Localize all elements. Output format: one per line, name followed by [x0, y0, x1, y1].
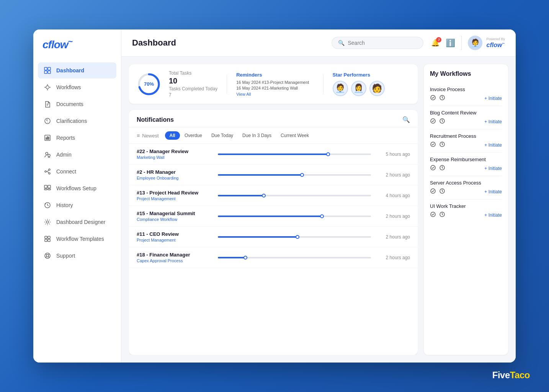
progress-track — [218, 154, 371, 155]
workflow-check-icon[interactable] — [430, 118, 436, 125]
notif-progress — [218, 174, 371, 176]
notif-time: 2 hours ago — [376, 234, 410, 240]
filter-btn-due-today[interactable]: Due Today — [207, 131, 238, 140]
sidebar-item-dashboard-designer[interactable]: Dashboard Designer — [38, 214, 116, 230]
notif-tag[interactable]: Employee Onboarding — [137, 176, 213, 180]
filter-newest-label: ≡ Newest — [137, 132, 159, 139]
workflow-actions: + Initiate — [430, 118, 502, 125]
workflow-name: UI Work Tracker — [430, 203, 502, 209]
notif-tag[interactable]: Marketing Wall — [137, 155, 213, 160]
svg-point-10 — [49, 169, 50, 170]
sidebar-item-workflows-setup[interactable]: Workflows Setup — [38, 180, 116, 196]
reminders-title: Reminders — [236, 72, 314, 78]
workflow-card: Server Access Process + Initiate — [430, 176, 502, 199]
sidebar-item-admin[interactable]: Admin — [38, 147, 116, 163]
sidebar-item-label: Admin — [56, 152, 72, 158]
sidebar-item-history[interactable]: History — [38, 197, 116, 213]
progress-ring: 70% — [137, 72, 161, 96]
table-row: #11 - CEO Review Project Management 2 ho… — [129, 227, 418, 247]
sidebar-item-reports[interactable]: Reports — [38, 130, 116, 146]
svg-rect-0 — [44, 67, 47, 70]
notif-info: #18 - Finance Manager Capex Approval Pro… — [137, 252, 213, 263]
workflow-check-icon[interactable] — [430, 95, 436, 102]
workflow-time-icon[interactable] — [439, 95, 445, 102]
workflow-check-icon[interactable] — [430, 211, 436, 219]
notif-progress — [218, 236, 371, 238]
filter-btn-overdue[interactable]: Overdue — [180, 131, 207, 140]
filter-bar: ≡ Newest AllOverdueDue TodayDue In 3 Day… — [129, 127, 418, 144]
clarifications-icon — [43, 117, 52, 125]
workflow-initiate-button[interactable]: + Initiate — [484, 96, 502, 101]
sidebar-item-workflows[interactable]: Workflows — [38, 79, 116, 95]
notif-tag[interactable]: Project Management — [137, 238, 213, 242]
workflow-actions: + Initiate — [430, 211, 502, 219]
workflows-icon — [43, 83, 52, 91]
sidebar-item-workflow-templates[interactable]: Workflow Templates — [38, 231, 116, 247]
progress-track — [218, 257, 371, 258]
workflow-initiate-button[interactable]: + Initiate — [484, 166, 502, 171]
workflow-initiate-button[interactable]: + Initiate — [484, 119, 502, 124]
sidebar-item-support[interactable]: Support — [38, 248, 116, 264]
sidebar-item-label: Support — [56, 253, 75, 259]
notif-time: 5 hours ago — [376, 152, 410, 157]
view-all-link[interactable]: View All — [236, 92, 314, 96]
sidebar-item-clarifications[interactable]: Clarifications — [38, 113, 116, 129]
workflow-check-icon[interactable] — [430, 141, 436, 149]
notification-button[interactable]: 🔔 7 — [431, 39, 440, 47]
content-area: 70% Total Tasks 10 Tasks Completed Today… — [121, 57, 516, 363]
sidebar-item-label: Workflows — [56, 84, 81, 90]
filter-btn-due-in-3-days[interactable]: Due In 3 Days — [238, 131, 276, 140]
workflow-check-icon[interactable] — [430, 188, 436, 195]
avatar: 🧑‍💼 — [468, 36, 482, 50]
notification-badge: 7 — [436, 37, 441, 42]
reminder-item-1: 16 May 2024 #13-Project Management — [236, 80, 314, 85]
sidebar-item-label: Dashboard — [56, 67, 84, 74]
filter-btn-current-week[interactable]: Current Week — [276, 131, 314, 140]
notifications-search-icon[interactable]: 🔍 — [402, 116, 410, 123]
svg-rect-21 — [48, 239, 50, 242]
search-bar[interactable]: 🔍 — [332, 37, 423, 49]
filter-buttons: AllOverdueDue TodayDue In 3 DaysCurrent … — [165, 131, 314, 140]
star-avatars: 🧑‍💼👩‍💼🧑 — [333, 81, 410, 96]
connect-icon — [43, 167, 52, 176]
notif-progress — [218, 154, 371, 155]
info-button[interactable]: ℹ️ — [446, 38, 455, 47]
sidebar-item-label: Clarifications — [56, 118, 87, 124]
workflow-time-icon[interactable] — [439, 188, 445, 195]
filter-btn-all[interactable]: All — [165, 131, 180, 140]
notif-tag[interactable]: Compliance Workflow — [137, 217, 213, 222]
notif-name: #15 - Managerial Summit — [137, 211, 213, 216]
search-input[interactable] — [348, 40, 417, 46]
svg-point-7 — [46, 152, 48, 155]
workflow-name: Expense Reimbursement — [430, 157, 502, 162]
svg-rect-3 — [48, 71, 51, 74]
progress-label: 70% — [137, 72, 161, 96]
sidebar-item-dashboard[interactable]: Dashboard — [38, 62, 116, 78]
sidebar-item-label: Reports — [56, 135, 75, 141]
table-row: #2 - HR Manager Employee Onboarding 2 ho… — [129, 165, 418, 185]
notif-info: #15 - Managerial Summit Compliance Workf… — [137, 211, 213, 222]
completed-label: Tasks Completed Today — [169, 86, 217, 91]
dashboard-icon — [43, 66, 52, 75]
app-container: cflow~ DashboardWorkflowsDocumentsClarif… — [33, 29, 516, 363]
progress-dot — [296, 235, 299, 239]
workflow-time-icon[interactable] — [439, 141, 445, 149]
stats-bar: 70% Total Tasks 10 Tasks Completed Today… — [129, 64, 418, 104]
table-row: #15 - Managerial Summit Compliance Workf… — [129, 206, 418, 227]
workflow-time-icon[interactable] — [439, 118, 445, 125]
svg-point-17 — [46, 221, 49, 223]
workflow-time-icon[interactable] — [439, 165, 445, 172]
workflow-card: Expense Reimbursement + Initiate — [430, 153, 502, 176]
workflow-time-icon[interactable] — [439, 211, 445, 219]
star-performers-section: Star Performers 🧑‍💼👩‍💼🧑 — [333, 72, 410, 96]
progress-dot — [262, 194, 266, 198]
sidebar-item-documents[interactable]: Documents — [38, 96, 116, 112]
workflow-initiate-button[interactable]: + Initiate — [484, 189, 502, 194]
workflow-initiate-button[interactable]: + Initiate — [484, 142, 502, 148]
workflow-initiate-button[interactable]: + Initiate — [484, 212, 502, 218]
notif-tag[interactable]: Project Management — [137, 196, 213, 201]
reminders-section: Reminders 16 May 2024 #13-Project Manage… — [236, 72, 314, 96]
notif-tag[interactable]: Capex Approval Process — [137, 258, 213, 263]
workflow-check-icon[interactable] — [430, 165, 436, 172]
sidebar-item-connect[interactable]: Connect — [38, 163, 116, 180]
